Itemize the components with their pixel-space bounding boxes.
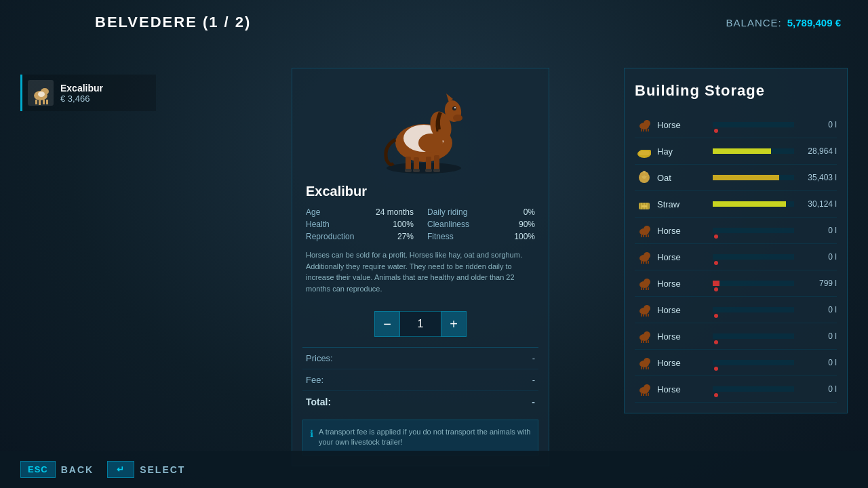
- storage-item-amount: 28,964 l: [800, 146, 837, 156]
- storage-item-icon: [635, 247, 654, 266]
- svg-rect-31: [643, 129, 644, 131]
- storage-item: Horse0 l: [635, 112, 837, 138]
- balance-value: 5,789,409 €: [787, 17, 841, 28]
- svg-point-97: [644, 384, 650, 391]
- svg-rect-86: [648, 340, 649, 343]
- storage-item-name: Horse: [654, 358, 707, 368]
- svg-point-28: [644, 120, 650, 127]
- svg-point-7: [38, 92, 45, 97]
- esc-label: BACK: [61, 464, 94, 475]
- fee-label: Fee:: [306, 375, 323, 385]
- left-sidebar: Excalibur € 3,466: [20, 75, 156, 111]
- storage-item-icon: [635, 353, 654, 372]
- enter-key[interactable]: ↵: [107, 461, 134, 478]
- main-panel: Excalibur Age 24 months Daily riding 0% …: [292, 68, 549, 466]
- stat-health: Health 100%: [306, 220, 414, 229]
- total-label: Total:: [306, 396, 331, 407]
- quantity-decrease-button[interactable]: −: [374, 311, 400, 337]
- svg-rect-47: [642, 205, 647, 207]
- storage-bar-container: [713, 122, 794, 127]
- svg-point-15: [453, 115, 462, 121]
- svg-rect-68: [643, 287, 644, 290]
- quantity-increase-button[interactable]: +: [441, 311, 467, 337]
- svg-rect-25: [425, 169, 432, 172]
- storage-item-name: Oat: [654, 173, 707, 183]
- svg-rect-84: [643, 340, 644, 343]
- header: BELVEDERE (1 / 2) BALANCE: 5,789,409 €: [0, 0, 868, 38]
- animal-card-price: € 3,466: [60, 94, 103, 104]
- storage-item-amount: 0 l: [800, 120, 837, 129]
- svg-rect-76: [643, 314, 644, 317]
- quantity-value: 1: [400, 311, 441, 337]
- horse-details: Excalibur Age 24 months Daily riding 0% …: [302, 177, 538, 311]
- price-section: Prices: - Fee: - Total: -: [302, 347, 538, 413]
- enter-label: SELECT: [140, 464, 185, 475]
- storage-bar: [713, 175, 779, 180]
- info-note: ℹ A transport fee is applied if you do n…: [302, 420, 538, 455]
- svg-point-57: [644, 252, 650, 259]
- svg-rect-33: [648, 129, 649, 131]
- svg-point-8: [47, 87, 49, 89]
- building-storage-title: Building Storage: [635, 82, 837, 100]
- svg-rect-26: [433, 169, 440, 172]
- storage-item-name: Horse: [654, 120, 707, 130]
- screen: BELVEDERE (1 / 2) BALANCE: 5,789,409 €: [0, 0, 868, 488]
- svg-rect-59: [641, 261, 642, 264]
- storage-item-amount: 0 l: [800, 358, 837, 367]
- stat-fitness-value: 100%: [514, 232, 535, 241]
- storage-item-amount: 0 l: [800, 252, 837, 262]
- svg-rect-77: [646, 314, 647, 317]
- svg-rect-67: [641, 287, 642, 290]
- storage-item-icon: [635, 327, 654, 346]
- horse-image-area: [302, 79, 538, 177]
- prices-value: -: [532, 353, 535, 363]
- total-value: -: [532, 396, 535, 407]
- storage-item-name: Straw: [654, 199, 707, 209]
- storage-item-icon: [635, 300, 654, 319]
- esc-key[interactable]: ESC: [20, 461, 56, 478]
- svg-rect-91: [641, 367, 642, 369]
- balance-label: BALANCE:: [726, 17, 782, 28]
- svg-rect-3: [35, 100, 37, 104]
- animal-card[interactable]: Excalibur € 3,466: [20, 75, 156, 111]
- storage-item-name: Horse: [654, 305, 707, 315]
- stat-daily-riding: Daily riding 0%: [427, 207, 535, 217]
- fee-row: Fee: -: [302, 369, 538, 391]
- svg-rect-6: [46, 100, 48, 104]
- storage-item: Horse0 l: [635, 376, 837, 403]
- storage-bar-container: [713, 333, 794, 339]
- storage-item-name: Hay: [654, 146, 707, 157]
- storage-item-icon: [635, 168, 654, 187]
- animal-thumb-icon: [28, 80, 54, 106]
- svg-rect-51: [641, 235, 642, 237]
- storage-bar: [713, 148, 771, 154]
- stat-reproduction-value: 27%: [397, 232, 414, 241]
- storage-item: Straw30,124 l: [635, 191, 837, 218]
- svg-rect-53: [646, 235, 647, 237]
- storage-item-amount: 799 l: [800, 279, 837, 288]
- prices-row: Prices: -: [302, 348, 538, 369]
- storage-bar: [713, 201, 786, 207]
- storage-bar-container: [713, 175, 794, 180]
- animal-card-name: Excalibur: [60, 83, 103, 94]
- svg-rect-32: [646, 129, 647, 131]
- stat-cleanliness-value: 90%: [519, 220, 535, 229]
- svg-point-17: [454, 107, 456, 108]
- balance-container: BALANCE: 5,789,409 €: [726, 17, 841, 28]
- svg-rect-100: [643, 393, 644, 396]
- stat-cleanliness: Cleanliness 90%: [427, 220, 535, 229]
- svg-rect-69: [646, 287, 647, 290]
- svg-rect-70: [648, 287, 649, 290]
- storage-item: Horse799 l: [635, 270, 837, 297]
- svg-rect-62: [648, 261, 649, 264]
- svg-rect-5: [43, 100, 45, 104]
- svg-rect-30: [641, 129, 642, 131]
- storage-item-name: Horse: [654, 384, 707, 394]
- storage-item: Horse0 l: [635, 323, 837, 350]
- stat-fitness-label: Fitness: [427, 232, 454, 241]
- svg-rect-94: [648, 367, 649, 369]
- esc-control: ESC BACK: [20, 461, 94, 478]
- bottom-bar: ESC BACK ↵ SELECT: [0, 451, 868, 488]
- svg-point-40: [640, 172, 644, 176]
- storage-item-icon: [635, 142, 654, 161]
